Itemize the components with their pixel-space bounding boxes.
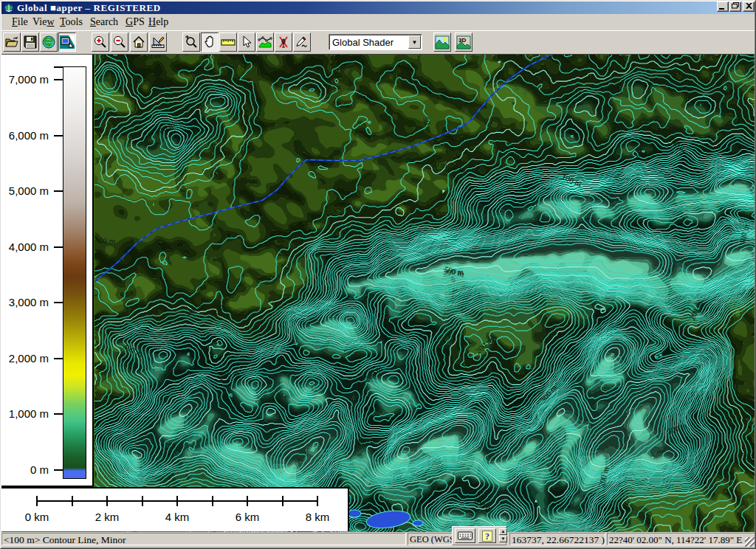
svg-text:400 m: 400 m <box>356 435 377 446</box>
svg-text:50 m: 50 m <box>99 236 116 245</box>
